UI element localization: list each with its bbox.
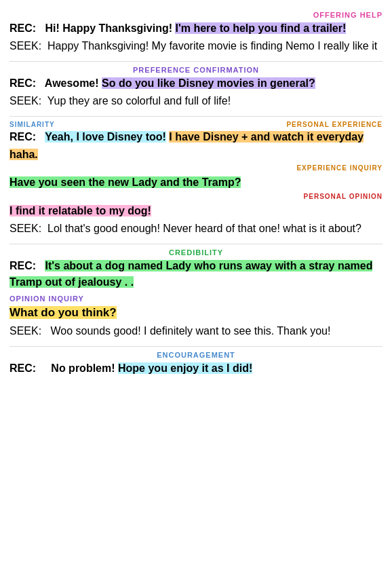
label-preference-confirmation: PREFERENCE CONFIRMATION xyxy=(9,66,383,74)
rec-prefix-3: REC: xyxy=(9,131,45,143)
highlight-experience-inquiry: Have you seen the new Lady and the Tramp… xyxy=(9,176,241,188)
rec-line-1: REC: Hi! Happy Thanksgiving! I'm here to… xyxy=(9,20,383,37)
rec-line-3: REC: Yeah, I love Disney too! I have Dis… xyxy=(9,128,383,219)
rec-prefix-2: REC: xyxy=(9,77,45,89)
highlight-offering: I'm here to help you find a trailer! xyxy=(175,22,346,34)
section-preference-confirmation: PREFERENCE CONFIRMATION REC: Awesome! So… xyxy=(9,66,383,109)
seek-prefix-3: SEEK: xyxy=(9,223,41,234)
divider-4 xyxy=(9,346,383,347)
label-encouragement: ENCOURAGEMENT xyxy=(9,351,383,359)
label-similarity: SIMILARITY xyxy=(9,121,55,128)
highlight-encouragement: Hope you enjoy it as I did! xyxy=(118,362,252,374)
seek-prefix-2: SEEK: xyxy=(9,95,41,107)
label-credibility: CREDIBILITY xyxy=(9,248,383,257)
label-offering-help: OFFERING HELP xyxy=(9,11,383,19)
rec-prefix: REC: xyxy=(9,22,45,34)
divider-2 xyxy=(9,116,383,117)
seek-prefix-4: SEEK: xyxy=(9,325,50,337)
highlight-preference: So do you like Disney movies in general? xyxy=(102,77,315,89)
rec-line-2: REC: Awesome! So do you like Disney movi… xyxy=(9,75,383,92)
rec-line-5: REC: No problem! Hope you enjoy it as I … xyxy=(9,360,383,377)
opinion-inquiry-text: What do you think? xyxy=(9,304,383,322)
seek-line-1: SEEK: Happy Thanksgiving! My favorite mo… xyxy=(9,38,383,54)
label-opinion-inquiry: OPINION INQUIRY xyxy=(9,295,84,303)
label-personal-experience: PERSONAL EXPERIENCE xyxy=(286,121,383,128)
seek-line-4: SEEK: Woo sounds good! I definitely want… xyxy=(9,323,383,339)
section-credibility: CREDIBILITY REC: It's about a dog named … xyxy=(9,248,383,339)
rec-line-4: REC: It's about a dog named Lady who run… xyxy=(9,258,383,290)
rec-prefix-5: REC: xyxy=(9,362,51,374)
label-personal-opinion-inline: PERSONAL OPINION xyxy=(9,191,383,202)
rec-prefix-4: REC: xyxy=(9,260,45,271)
highlight-opinion-inquiry: What do you think? xyxy=(9,306,117,319)
seek-line-3: SEEK: Lol that's good enough! Never hear… xyxy=(9,221,383,237)
section-offering-help: OFFERING HELP REC: Hi! Happy Thanksgivin… xyxy=(9,11,383,54)
seek-line-2: SEEK: Yup they are so colorful and full … xyxy=(9,93,383,109)
divider-1 xyxy=(9,61,383,62)
section-similarity: SIMILARITY PERSONAL EXPERIENCE REC: Yeah… xyxy=(9,121,383,237)
seek-prefix: SEEK: xyxy=(9,40,41,52)
highlight-similarity: Yeah, I love Disney too! xyxy=(45,131,166,143)
highlight-personal-opinion: I find it relatable to my dog! xyxy=(9,205,151,216)
label-experience-inquiry-inline: EXPERIENCE INQUIRY xyxy=(9,163,383,174)
section-encouragement: ENCOURAGEMENT REC: No problem! Hope you … xyxy=(9,351,383,377)
opinion-inquiry-block: OPINION INQUIRY What do you think? xyxy=(9,292,383,322)
highlight-credibility: It's about a dog named Lady who runs awa… xyxy=(9,260,372,288)
label-row-similarity: SIMILARITY PERSONAL EXPERIENCE xyxy=(9,121,383,128)
divider-3 xyxy=(9,244,383,244)
